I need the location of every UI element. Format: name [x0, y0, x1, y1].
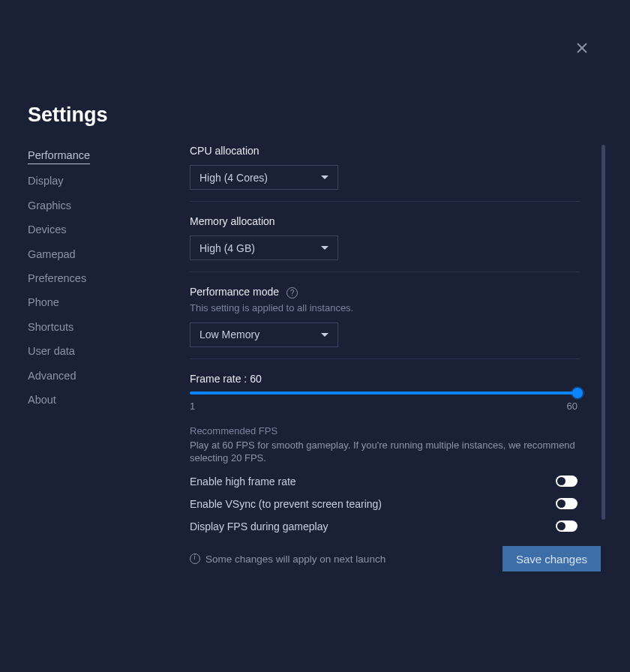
sidebar-item-phone[interactable]: Phone — [28, 296, 148, 320]
slider-thumb[interactable] — [572, 388, 583, 398]
performance-mode-label: Performance mode ? — [190, 286, 596, 298]
toggle-knob — [557, 477, 566, 485]
memory-allocation-label: Memory allocation — [190, 215, 596, 227]
enable-vsync-toggle[interactable] — [556, 498, 578, 509]
sidebar: Performance Display Graphics Devices Gam… — [28, 148, 148, 418]
sidebar-item-devices[interactable]: Devices — [28, 224, 148, 248]
toggle-knob — [557, 522, 566, 530]
close-icon — [576, 42, 588, 54]
enable-vsync-label: Enable VSync (to prevent screen tearing) — [190, 498, 382, 510]
sidebar-item-preferences[interactable]: Preferences — [28, 272, 148, 296]
sidebar-item-user-data[interactable]: User data — [28, 345, 148, 369]
memory-allocation-value: High (4 GB) — [200, 242, 255, 254]
page-title: Settings — [28, 104, 108, 127]
enable-high-frame-rate-label: Enable high frame rate — [190, 476, 296, 488]
main-panel: CPU allocation High (4 Cores) Memory all… — [190, 145, 596, 532]
cpu-allocation-value: High (4 Cores) — [200, 172, 268, 184]
cpu-allocation-label: CPU allocation — [190, 145, 596, 157]
footer-note: Some changes will apply on next launch — [190, 554, 386, 565]
sidebar-item-display[interactable]: Display — [28, 175, 148, 199]
divider — [190, 358, 580, 359]
scrollbar[interactable] — [602, 145, 605, 520]
sidebar-item-performance[interactable]: Performance — [28, 149, 90, 164]
display-fps-toggle[interactable] — [556, 520, 578, 532]
frame-rate-slider[interactable] — [190, 392, 578, 394]
save-changes-button[interactable]: Save changes — [502, 546, 601, 572]
slider-ticks: 1 60 — [190, 400, 578, 412]
info-icon — [190, 554, 200, 564]
help-icon[interactable]: ? — [286, 287, 298, 298]
frame-rate-label: Frame rate : 60 — [190, 373, 596, 385]
chevron-down-icon — [321, 246, 328, 250]
toggle-knob — [557, 500, 566, 508]
performance-mode-sub: This setting is applied to all instances… — [190, 302, 596, 314]
sidebar-item-gamepad[interactable]: Gamepad — [28, 248, 148, 272]
memory-allocation-dropdown[interactable]: High (4 GB) — [190, 236, 338, 260]
recommended-fps-title: Recommended FPS — [190, 425, 596, 436]
performance-mode-dropdown[interactable]: Low Memory — [190, 322, 338, 347]
slider-max: 60 — [567, 400, 578, 412]
sidebar-item-advanced[interactable]: Advanced — [28, 370, 148, 394]
performance-mode-value: Low Memory — [200, 328, 260, 340]
sidebar-item-graphics[interactable]: Graphics — [28, 200, 148, 224]
sidebar-item-shortcuts[interactable]: Shortcuts — [28, 321, 148, 345]
footer: Some changes will apply on next launch S… — [190, 546, 601, 572]
enable-high-frame-rate-toggle[interactable] — [556, 476, 578, 487]
chevron-down-icon — [321, 333, 328, 337]
close-button[interactable] — [576, 42, 591, 57]
sidebar-item-about[interactable]: About — [28, 394, 148, 418]
divider — [190, 201, 580, 202]
display-fps-label: Display FPS during gameplay — [190, 520, 328, 532]
cpu-allocation-dropdown[interactable]: High (4 Cores) — [190, 165, 338, 190]
recommended-fps-body: Play at 60 FPS for smooth gameplay. If y… — [190, 439, 580, 465]
header: Settings — [28, 104, 108, 127]
slider-min: 1 — [190, 400, 195, 412]
divider — [190, 272, 580, 272]
chevron-down-icon — [321, 176, 328, 179]
